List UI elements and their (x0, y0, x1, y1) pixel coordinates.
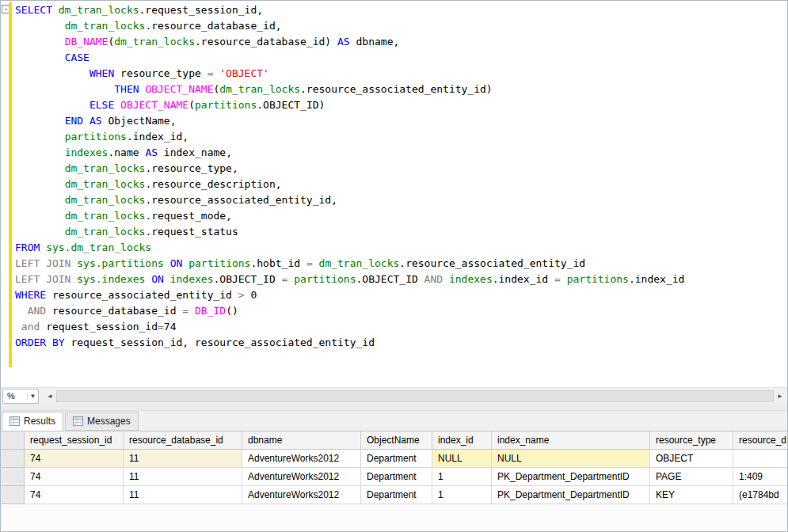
code-line[interactable]: dm_tran_locks.resource_description, (15, 177, 787, 192)
code-line[interactable]: dm_tran_locks.resource_database_id, (15, 18, 787, 34)
code-token: .index_id (493, 273, 554, 285)
code-token (15, 226, 65, 238)
code-token: indexes (65, 146, 108, 158)
grid-cell[interactable]: 1:409 (733, 468, 787, 486)
grid-cell[interactable]: Department (361, 486, 432, 504)
ssms-query-window: - SELECT dm_tran_locks.request_session_i… (0, 0, 788, 532)
code-line[interactable]: LEFT JOIN sys.indexes ON indexes.OBJECT_… (15, 272, 787, 287)
grid-cell[interactable]: NULL (492, 450, 650, 468)
code-token (15, 305, 28, 317)
editor-bottom-bar: % ▼ ◄ ► (1, 387, 787, 404)
code-token: .resource_associated_entity_id (399, 257, 585, 269)
grid-cell[interactable]: Department (361, 468, 432, 486)
grid-cell[interactable]: Department (361, 450, 432, 468)
column-header-index_id[interactable]: index_id (432, 431, 492, 450)
code-token (15, 146, 65, 158)
grid-cell[interactable]: 11 (124, 450, 242, 468)
code-token: dm_tran_locks (65, 178, 146, 190)
row-selector[interactable] (1, 450, 25, 468)
code-token: = (554, 273, 561, 285)
code-token: ( (188, 99, 195, 111)
grid-cell[interactable]: 74 (25, 450, 124, 468)
column-header-resource_database_id[interactable]: resource_database_id (124, 431, 242, 450)
code-token: ON (170, 257, 183, 269)
code-token: AS (337, 36, 350, 48)
row-selector[interactable] (1, 468, 25, 486)
code-token: dm_tran_locks (219, 83, 300, 95)
pane-splitter[interactable] (1, 404, 787, 410)
code-area[interactable]: SELECT dm_tran_locks.request_session_id,… (12, 1, 787, 387)
horizontal-scrollbar[interactable]: ◄ ► (44, 390, 786, 403)
code-token (15, 115, 65, 127)
code-line[interactable]: AND resource_database_id = DB_ID() (15, 303, 787, 319)
grid-cell[interactable]: KEY (650, 486, 733, 504)
column-header-dbname[interactable]: dbname (242, 431, 361, 450)
code-line[interactable]: LEFT JOIN sys.partitions ON partitions.h… (15, 256, 787, 272)
grid-cell[interactable]: 11 (124, 486, 242, 504)
code-line[interactable]: THEN OBJECT_NAME(dm_tran_locks.resource_… (15, 82, 787, 97)
code-line[interactable]: partitions.index_id, (15, 129, 787, 145)
scrollbar-thumb[interactable] (56, 390, 774, 402)
code-token: resource_associated_entity_id (46, 289, 238, 301)
code-token: .request_status (145, 226, 238, 238)
grid-cell[interactable]: AdventureWorks2012 (242, 468, 361, 486)
grid-cell[interactable]: AdventureWorks2012 (242, 450, 361, 468)
code-token: dm_tran_locks (65, 194, 146, 206)
code-line[interactable]: and request_session_id=74 (15, 319, 787, 335)
code-token (15, 99, 89, 111)
column-header-resource_type[interactable]: resource_type (650, 431, 733, 450)
code-token (83, 115, 89, 127)
grid-cell[interactable]: AdventureWorks2012 (242, 486, 361, 504)
code-line[interactable]: ELSE OBJECT_NAME(partitions.OBJECT_ID) (15, 97, 787, 113)
grid-cell[interactable]: 11 (124, 468, 242, 486)
code-line[interactable] (15, 367, 787, 382)
column-header-request_session_id[interactable]: request_session_id (25, 431, 124, 450)
grid-cell[interactable]: PK_Department_DepartmentID (492, 486, 650, 504)
code-line[interactable]: WHEN resource_type = 'OBJECT' (15, 66, 787, 82)
code-token: AS (89, 115, 102, 127)
code-line[interactable]: CASE (15, 50, 787, 66)
sql-editor[interactable]: - SELECT dm_tran_locks.request_session_i… (1, 1, 787, 387)
code-line[interactable]: FROM sys.dm_tran_locks (15, 240, 787, 256)
code-line[interactable]: ORDER BY request_session_id, resource_as… (15, 335, 787, 351)
grid-cell[interactable]: 74 (25, 486, 124, 504)
grid-cell[interactable]: OBJECT (650, 450, 733, 468)
select-all-corner[interactable] (1, 431, 25, 450)
code-line[interactable]: SELECT dm_tran_locks.request_session_id, (15, 2, 787, 18)
code-token: partitions (294, 273, 356, 285)
grid-cell[interactable]: 74 (25, 468, 124, 486)
scroll-right-button[interactable]: ► (774, 390, 786, 403)
code-token: ELSE (89, 99, 114, 111)
code-token: .request_session_id, (139, 4, 264, 16)
grid-cell[interactable]: (e1784bd (733, 486, 787, 504)
column-header-objectname[interactable]: ObjectName (361, 431, 432, 450)
code-token: .index_id, (127, 131, 188, 142)
column-header-index_name[interactable]: index_name (492, 431, 650, 450)
code-line[interactable]: END AS ObjectName, (15, 113, 787, 129)
tab-results[interactable]: Results (2, 412, 63, 431)
code-line[interactable]: WHERE resource_associated_entity_id > 0 (15, 287, 787, 303)
tab-messages[interactable]: Messages (65, 412, 139, 431)
code-token (15, 36, 65, 48)
grid-cell[interactable] (733, 450, 787, 468)
grid-cell[interactable]: PK_Department_DepartmentID (492, 468, 650, 486)
code-token: dm_tran_locks (114, 36, 195, 48)
code-line[interactable] (15, 351, 787, 367)
code-line[interactable]: dm_tran_locks.resource_associated_entity… (15, 192, 787, 208)
scroll-left-button[interactable]: ◄ (44, 390, 56, 403)
row-selector[interactable] (1, 486, 25, 504)
grid-cell[interactable]: 1 (432, 468, 492, 486)
column-header-resource_d[interactable]: resource_d (733, 431, 787, 450)
grid-cell[interactable]: NULL (432, 450, 492, 468)
code-line[interactable]: dm_tran_locks.request_status (15, 224, 787, 240)
code-line[interactable]: dm_tran_locks.request_mode, (15, 208, 787, 224)
zoom-level-combo[interactable]: % ▼ (2, 389, 39, 404)
code-token (15, 131, 65, 142)
code-token: .index_id (629, 273, 684, 285)
code-line[interactable]: DB_NAME(dm_tran_locks.resource_database_… (15, 34, 787, 50)
grid-cell[interactable]: PAGE (650, 468, 733, 486)
code-line[interactable]: indexes.name AS index_name, (15, 145, 787, 161)
code-token: request_session_id (40, 321, 158, 332)
grid-cell[interactable]: 1 (432, 486, 492, 504)
code-line[interactable]: dm_tran_locks.resource_type, (15, 161, 787, 177)
